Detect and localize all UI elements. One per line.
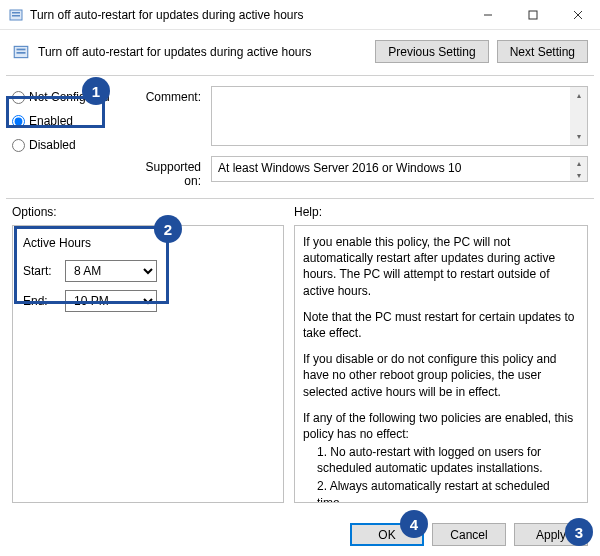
previous-setting-button[interactable]: Previous Setting (375, 40, 488, 63)
minimize-button[interactable] (465, 0, 510, 30)
radio-disabled[interactable]: Disabled (12, 138, 127, 152)
supported-text: At least Windows Server 2016 or Windows … (218, 161, 461, 175)
scroll-down-icon[interactable]: ▾ (570, 128, 587, 145)
help-pane: If you enable this policy, the PC will n… (294, 225, 588, 503)
policy-title: Turn off auto-restart for updates during… (38, 45, 367, 59)
scroll-up-icon[interactable]: ▴ (570, 157, 587, 169)
annotation-badge: 2 (154, 215, 182, 243)
svg-rect-9 (17, 52, 26, 54)
comment-label: Comment: (131, 86, 207, 104)
help-text: If you disable or do not configure this … (303, 351, 579, 400)
help-text: If any of the following two policies are… (303, 410, 579, 442)
svg-rect-2 (12, 15, 20, 17)
help-text: Note that the PC must restart for certai… (303, 309, 579, 341)
scrollbar[interactable]: ▴ ▾ (570, 157, 587, 181)
help-text: If you enable this policy, the PC will n… (303, 234, 579, 299)
svg-rect-1 (12, 12, 20, 14)
divider (6, 198, 594, 199)
scrollbar[interactable]: ▴ ▾ (570, 87, 587, 145)
help-text: 2. Always automatically restart at sched… (303, 478, 579, 503)
scroll-up-icon[interactable]: ▴ (570, 87, 587, 104)
policy-icon (12, 43, 30, 61)
divider (6, 75, 594, 76)
comment-textarea[interactable]: ▴ ▾ (211, 86, 588, 146)
radio-input[interactable] (12, 139, 25, 152)
svg-rect-4 (529, 11, 537, 19)
annotation-badge: 1 (82, 77, 110, 105)
supported-label: Supported on: (131, 156, 207, 188)
annotation-badge: 3 (565, 518, 593, 546)
help-label: Help: (294, 205, 322, 219)
options-label: Options: (12, 205, 294, 219)
window-title: Turn off auto-restart for updates during… (30, 8, 465, 22)
supported-text-box: At least Windows Server 2016 or Windows … (211, 156, 588, 182)
titlebar: Turn off auto-restart for updates during… (0, 0, 600, 30)
annotation-highlight (14, 226, 169, 304)
close-button[interactable] (555, 0, 600, 30)
annotation-badge: 4 (400, 510, 428, 538)
footer-buttons: OK Cancel Apply (350, 523, 588, 546)
svg-rect-8 (17, 48, 26, 50)
help-text: 1. No auto-restart with logged on users … (303, 444, 579, 476)
cancel-button[interactable]: Cancel (432, 523, 506, 546)
radio-label: Disabled (29, 138, 76, 152)
maximize-button[interactable] (510, 0, 555, 30)
scroll-down-icon[interactable]: ▾ (570, 169, 587, 181)
next-setting-button[interactable]: Next Setting (497, 40, 588, 63)
policy-icon (8, 7, 24, 23)
header-row: Turn off auto-restart for updates during… (0, 30, 600, 69)
